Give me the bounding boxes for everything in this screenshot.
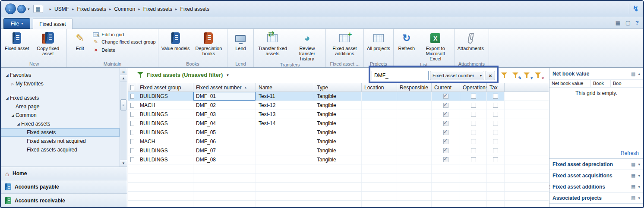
scroll-up-button[interactable]: ▲ (120, 75, 127, 82)
file-menu-button[interactable]: File ▾ (3, 18, 30, 29)
table-row[interactable]: MACH DMF_02 Test-12 Tangible (128, 101, 549, 110)
factbox-column-header[interactable]: Net book value (549, 80, 591, 87)
operations-checkbox[interactable] (471, 121, 476, 126)
tax-checkbox[interactable] (493, 148, 498, 153)
apply-filter-button[interactable] (501, 72, 509, 79)
factbox-header[interactable]: Net book value ▦ ▴ (549, 68, 643, 79)
operations-checkbox[interactable] (471, 103, 476, 108)
open-in-grid-icon[interactable]: ▦ (631, 195, 635, 201)
review-transfer-history-button[interactable]: ◕ Review transfer history (290, 30, 324, 62)
row-select-checkbox[interactable] (130, 103, 134, 108)
factbox-fixed-asset-depreciation[interactable]: Fixed asset depreciation ▦ ▾ (549, 159, 643, 170)
transfer-fixed-assets-button[interactable]: ⇄ Transfer fixed assets (255, 30, 290, 57)
factbox-fixed-asset-acquisitions[interactable]: Fixed asset acquisitions ▦ ▾ (549, 170, 643, 181)
expanded-icon[interactable]: ◢ (10, 113, 16, 117)
layout-icon[interactable]: ▦ (615, 19, 620, 26)
scrollbar-thumb[interactable] (120, 99, 126, 110)
chevron-up-icon[interactable]: ▴ (638, 72, 640, 76)
row-select-checkbox[interactable] (130, 121, 134, 126)
change-fixed-asset-group-button[interactable]: ✎ Change fixed asset group (92, 39, 155, 45)
table-row[interactable]: BUILDINGS DMF_03 Test-13 Tangible (128, 110, 549, 119)
chevron-down-icon[interactable]: ▾ (638, 196, 640, 200)
depreciation-books-button[interactable]: Depreciation books (191, 30, 226, 57)
current-checkbox[interactable] (443, 94, 448, 99)
back-button[interactable]: ← (5, 3, 16, 14)
table-row[interactable]: BUILDINGS DMF_07 Tangible (128, 146, 549, 155)
current-checkbox[interactable] (443, 112, 448, 117)
operations-checkbox[interactable] (471, 112, 476, 117)
operations-checkbox[interactable] (471, 139, 476, 144)
tax-checkbox[interactable] (493, 130, 498, 135)
tree-item-fixed-assets-root[interactable]: ◢ Fixed assets (1, 94, 120, 102)
module-home[interactable]: ⌂ Home (1, 167, 127, 180)
tax-checkbox[interactable] (493, 139, 498, 144)
attachments-button[interactable]: Attachments (456, 30, 486, 51)
row-select-checkbox[interactable] (130, 157, 134, 162)
table-row[interactable]: BUILDINGS DMF_01 Test-11 Tangible (128, 92, 549, 101)
row-select-checkbox[interactable] (130, 139, 134, 144)
current-checkbox[interactable] (443, 157, 448, 162)
column-header-operations[interactable]: Operations (460, 83, 487, 91)
current-checkbox[interactable] (443, 148, 448, 153)
tree-item-area-page[interactable]: Area page (1, 102, 120, 111)
fixed-asset-button[interactable]: Fixed asset (3, 30, 31, 51)
table-row[interactable]: MACH DMF_06 Tangible (128, 137, 549, 146)
select-all-checkbox[interactable] (130, 85, 134, 90)
table-row[interactable]: BUILDINGS DMF_05 Tangible (128, 128, 549, 137)
module-accounts-payable[interactable]: Accounts payable (1, 180, 127, 194)
breadcrumb-item-module[interactable]: Fixed assets (77, 6, 106, 12)
factbox-associated-projects[interactable]: Associated projects ▦ ▾ (549, 192, 643, 204)
help-icon[interactable]: ? (635, 19, 639, 26)
column-header-type[interactable]: Type (314, 83, 362, 91)
copy-fixed-asset-button[interactable]: Copy fixed asset (31, 30, 65, 57)
operations-checkbox[interactable] (471, 94, 476, 99)
delete-button[interactable]: × Delete (92, 47, 155, 53)
list-view-icon[interactable]: ▦ (33, 5, 43, 13)
column-header-fixed-asset-number[interactable]: Fixed asset number▲ (193, 83, 256, 91)
filter-value-input[interactable] (372, 71, 429, 80)
chevron-down-icon[interactable]: ▾ (638, 162, 640, 167)
breadcrumb-item-company[interactable]: USMF (54, 6, 69, 12)
fixed-asset-additions-button[interactable]: + Fixed asset additions (327, 30, 362, 57)
expanded-icon[interactable]: ◢ (4, 73, 10, 77)
edit-in-grid-button[interactable]: ✎ Edit in grid (92, 32, 155, 37)
chevron-down-icon[interactable]: ▾ (227, 73, 229, 77)
tree-item-fixed-assets-folder[interactable]: ◢ Fixed assets (1, 120, 120, 128)
filter-field-dropdown[interactable]: Fixed asset number ▾ (430, 71, 484, 80)
tax-checkbox[interactable] (493, 121, 498, 126)
column-header-tax[interactable]: Tax (487, 83, 505, 91)
chevron-down-icon[interactable]: ▾ (638, 185, 640, 189)
open-in-grid-icon[interactable]: ▦ (631, 184, 635, 189)
tree-item-common[interactable]: ◢ Common (1, 111, 120, 120)
column-header-location[interactable]: Location (362, 83, 397, 91)
forward-button[interactable]: → (17, 5, 26, 13)
collapse-pane-button[interactable]: « (120, 68, 127, 75)
tree-item-favorites[interactable]: ◢ Favorites (1, 71, 120, 79)
expanded-icon[interactable]: ◢ (4, 96, 10, 100)
tab-fixed-asset[interactable]: Fixed asset (33, 19, 73, 29)
scroll-down-button[interactable]: ▼ (120, 160, 127, 167)
tree-item-my-favorites[interactable]: ▷ My favorites (1, 79, 120, 88)
recent-pages-dropdown[interactable]: ▾ (28, 7, 30, 11)
tree-item-fixed-assets[interactable]: Fixed assets (1, 128, 120, 137)
tree-item-fixed-assets-not-acquired[interactable]: Fixed assets not acquired (1, 137, 120, 145)
breadcrumb-item-folder[interactable]: Fixed assets (143, 6, 172, 12)
tax-checkbox[interactable] (493, 94, 498, 99)
panes-icon[interactable]: ▢ (625, 19, 631, 26)
operations-checkbox[interactable] (471, 157, 476, 162)
factbox-column-header[interactable]: Book (591, 80, 611, 87)
operations-checkbox[interactable] (471, 148, 476, 153)
remove-filter-button[interactable]: × (486, 71, 495, 80)
refresh-button[interactable]: ↻ Refresh (395, 30, 418, 51)
all-projects-button[interactable]: All projects (365, 30, 392, 51)
row-select-checkbox[interactable] (130, 94, 134, 99)
tax-checkbox[interactable] (493, 103, 498, 108)
edit-button[interactable]: ✎ Edit (68, 30, 92, 51)
column-header-name[interactable]: Name (256, 83, 314, 91)
table-row[interactable]: BUILDINGS DMF_08 Tangible (128, 155, 549, 164)
current-checkbox[interactable] (443, 130, 448, 135)
tax-checkbox[interactable] (493, 112, 498, 117)
operations-checkbox[interactable] (471, 130, 476, 135)
column-header-responsible[interactable]: Responsible (397, 83, 432, 91)
flash-icon[interactable]: ↯ (633, 4, 639, 13)
